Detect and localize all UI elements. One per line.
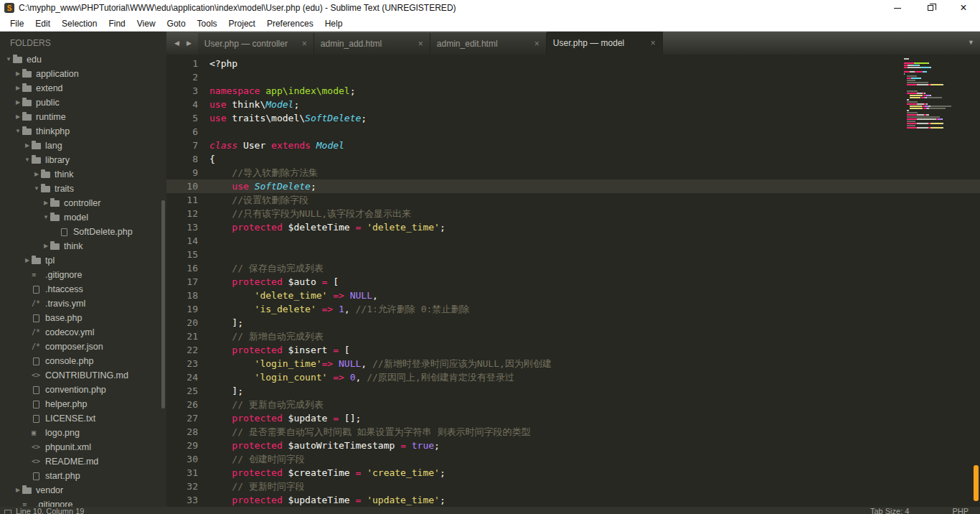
- tree-file-convention-php[interactable]: convention.php: [0, 383, 166, 397]
- menu-help[interactable]: Help: [319, 17, 349, 30]
- tree-file-phpunit-xml[interactable]: <>phpunit.xml: [0, 440, 166, 454]
- tree-file-base-php[interactable]: base.php: [0, 311, 166, 325]
- tab-close-icon[interactable]: ×: [418, 39, 423, 49]
- tree-folder-application[interactable]: ▶application: [0, 67, 166, 81]
- tree-folder-runtime[interactable]: ▶runtime: [0, 110, 166, 124]
- code-line[interactable]: 20 ];: [166, 316, 980, 330]
- expand-arrow-icon[interactable]: ▶: [14, 483, 22, 497]
- expand-arrow-icon[interactable]: ▶: [32, 167, 41, 182]
- collapse-arrow-icon[interactable]: ▼: [23, 153, 32, 167]
- tree-folder-think[interactable]: ▶think: [0, 167, 166, 182]
- tree-file-softdelete-php[interactable]: SoftDelete.php: [0, 225, 166, 239]
- close-button[interactable]: ×: [947, 0, 980, 16]
- code-line[interactable]: 25 ];: [166, 384, 980, 398]
- collapse-arrow-icon[interactable]: ▼: [42, 210, 50, 225]
- code-line[interactable]: 16 // 保存自动完成列表: [166, 261, 980, 275]
- code-line[interactable]: 12 //只有该字段为NULL,该字段才会显示出来: [166, 207, 980, 220]
- code-line[interactable]: 27 protected $update = [];: [166, 411, 980, 425]
- tab-close-icon[interactable]: ×: [651, 38, 656, 48]
- code-editor[interactable]: 1<?php23namespace app\index\model;4use t…: [166, 55, 980, 507]
- code-line[interactable]: 9 //导入软删除方法集: [166, 166, 980, 179]
- code-line[interactable]: 7class User extends Model: [166, 139, 980, 152]
- tree-file-logo-png[interactable]: ▣logo.png: [0, 426, 166, 440]
- tree-file-composer-json[interactable]: /*composer.json: [0, 340, 166, 354]
- tree-file-contributing-md[interactable]: <>CONTRIBUTING.md: [0, 368, 166, 383]
- code-line[interactable]: 23 'login_time'=> NULL, //新增时登录时间应该为NULL…: [166, 357, 980, 370]
- code-line[interactable]: 11 //设置软删除字段: [166, 193, 980, 207]
- tree-file-htaccess[interactable]: .htaccess: [0, 282, 166, 296]
- code-line[interactable]: 31 protected $createTime = 'create_time'…: [166, 466, 980, 480]
- tree-folder-thinkphp[interactable]: ▼thinkphp: [0, 124, 166, 139]
- code-line[interactable]: 6: [166, 125, 980, 139]
- expand-arrow-icon[interactable]: ▶: [42, 239, 50, 253]
- menu-tools[interactable]: Tools: [192, 17, 223, 30]
- code-line[interactable]: 19 'is_delete' => 1, //1:允许删除 0:禁止删除: [166, 302, 980, 316]
- code-line[interactable]: 22 protected $insert = [: [166, 343, 980, 357]
- tree-file-license-txt[interactable]: LICENSE.txt: [0, 411, 166, 426]
- tree-folder-model[interactable]: ▼model: [0, 210, 166, 225]
- expand-arrow-icon[interactable]: ▶: [23, 139, 32, 153]
- code-line[interactable]: 30 // 创建时间字段: [166, 452, 980, 466]
- tree-file-codecov-yml[interactable]: /*codecov.yml: [0, 325, 166, 340]
- tree-file-readme-md[interactable]: <>README.md: [0, 454, 166, 469]
- collapse-arrow-icon[interactable]: ▼: [14, 124, 22, 139]
- code-line[interactable]: 26 // 更新自动完成列表: [166, 398, 980, 411]
- tree-file-console-php[interactable]: console.php: [0, 354, 166, 368]
- expand-arrow-icon[interactable]: ▶: [14, 67, 22, 81]
- menu-goto[interactable]: Goto: [161, 17, 192, 30]
- tree-file-gitignore[interactable]: ≡.gitignore: [0, 497, 166, 507]
- menu-project[interactable]: Project: [223, 17, 261, 30]
- code-line[interactable]: 17 protected $auto = [: [166, 275, 980, 289]
- code-line[interactable]: 13 protected $deleteTime = 'delete_time'…: [166, 220, 980, 234]
- expand-arrow-icon[interactable]: ▶: [23, 253, 32, 268]
- code-line[interactable]: 10 use SoftDelete;: [166, 179, 980, 193]
- tab-next-icon[interactable]: ▶: [184, 38, 194, 48]
- code-line[interactable]: 8{: [166, 152, 980, 166]
- code-line[interactable]: 24 'login_count' => 0, //原因同上,刚创建肯定没有登录过: [166, 370, 980, 384]
- tree-folder-traits[interactable]: ▼traits: [0, 182, 166, 196]
- expand-arrow-icon[interactable]: ▶: [14, 110, 22, 124]
- code-line[interactable]: 33 protected $updateTime = 'update_time'…: [166, 493, 980, 507]
- tree-folder-lang[interactable]: ▶lang: [0, 139, 166, 153]
- tree-file-helper-php[interactable]: helper.php: [0, 397, 166, 411]
- tree-folder-public[interactable]: ▶public: [0, 95, 166, 110]
- minimap[interactable]: [904, 58, 970, 129]
- collapse-arrow-icon[interactable]: ▼: [32, 182, 41, 196]
- code-line[interactable]: 4use think\Model;: [166, 98, 980, 111]
- tab-close-icon[interactable]: ×: [302, 39, 307, 49]
- menu-view[interactable]: View: [131, 17, 161, 30]
- minimize-button[interactable]: [881, 0, 914, 16]
- tree-folder-extend[interactable]: ▶extend: [0, 81, 166, 95]
- syntax-indicator[interactable]: PHP: [952, 507, 969, 514]
- collapse-arrow-icon[interactable]: ▼: [4, 52, 13, 67]
- tree-folder-tpl[interactable]: ▶tpl: [0, 253, 166, 268]
- tab-user-php-controller[interactable]: User.php — controller×: [198, 33, 314, 55]
- vertical-scrollbar[interactable]: [974, 465, 979, 501]
- tree-folder-vendor[interactable]: ▶vendor: [0, 483, 166, 497]
- code-line[interactable]: 5use traits\model\SoftDelete;: [166, 111, 980, 125]
- code-line[interactable]: 15: [166, 248, 980, 261]
- code-line[interactable]: 21 // 新增自动完成列表: [166, 330, 980, 343]
- tree-folder-library[interactable]: ▼library: [0, 153, 166, 167]
- tab-admin-edit-html[interactable]: admin_edit.html×: [430, 33, 547, 55]
- tab-size-indicator[interactable]: Tab Size: 4: [870, 507, 909, 514]
- expand-arrow-icon[interactable]: ▶: [42, 196, 50, 210]
- code-line[interactable]: 32 // 更新时间字段: [166, 480, 980, 493]
- tree-folder-controller[interactable]: ▶controller: [0, 196, 166, 210]
- code-line[interactable]: 28 // 是否需要自动写入时间戳 如果设置为字符串 则表示时间字段的类型: [166, 425, 980, 439]
- sidebar-scrollbar[interactable]: [161, 200, 165, 408]
- tab-admin-add-html[interactable]: admin_add.html×: [314, 33, 430, 55]
- code-line[interactable]: 3namespace app\index\model;: [166, 84, 980, 98]
- code-line[interactable]: 1<?php: [166, 57, 980, 70]
- menu-selection[interactable]: Selection: [56, 17, 103, 30]
- menu-preferences[interactable]: Preferences: [261, 17, 319, 30]
- menu-edit[interactable]: Edit: [29, 17, 56, 30]
- menu-find[interactable]: Find: [103, 17, 131, 30]
- restore-button[interactable]: [914, 0, 947, 16]
- tree-folder-edu[interactable]: ▼edu: [0, 52, 166, 67]
- expand-arrow-icon[interactable]: ▶: [14, 81, 22, 95]
- menu-file[interactable]: File: [4, 17, 29, 30]
- tab-prev-icon[interactable]: ◀: [172, 38, 182, 48]
- code-line[interactable]: 18 'delete_time' => NULL,: [166, 289, 980, 302]
- tab-overflow-icon[interactable]: ▼: [968, 39, 974, 46]
